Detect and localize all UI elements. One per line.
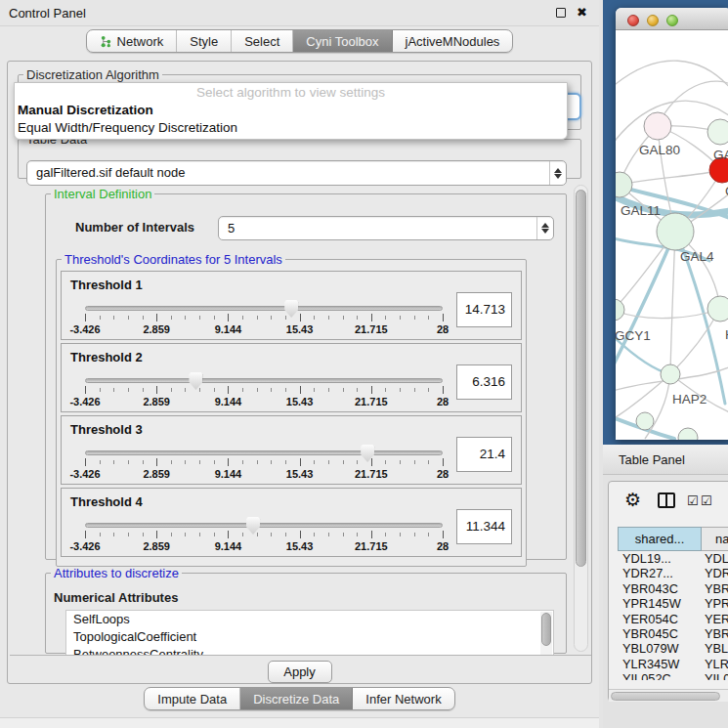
list-scrollbar[interactable]: [540, 612, 552, 656]
table-row[interactable]: YBR043C YBR0: [618, 581, 728, 596]
slider-track[interactable]: [85, 450, 443, 455]
column-header-shared-name[interactable]: shared...: [618, 527, 702, 551]
threshold-2-value-field[interactable]: 6.316: [456, 364, 512, 400]
tab-style[interactable]: Style: [177, 30, 232, 52]
list-item[interactable]: SelfLoops: [66, 611, 553, 628]
threshold-4-value-field[interactable]: 11.344: [456, 509, 512, 544]
combobox-spinner-icon[interactable]: [549, 161, 566, 185]
number-of-intervals-row: Number of Intervals 5: [60, 215, 554, 242]
tab-discretize-data[interactable]: Discretize Data: [240, 688, 353, 709]
table-toolbar: ⚙ ☑ ☑: [609, 482, 728, 521]
algorithm-option-equal-width[interactable]: Equal Width/Frequency Discretization: [15, 119, 567, 137]
node-gal80: [644, 112, 671, 140]
minimize-traffic-light-icon[interactable]: [647, 15, 659, 26]
control-panel: Control Panel ✖ Network Style Sel: [0, 0, 599, 728]
close-traffic-light-icon[interactable]: [627, 15, 639, 26]
algorithm-dropdown-popup: Select algorithm to view settings Manual…: [14, 82, 568, 140]
table-row[interactable]: YLR345W YLR3: [618, 657, 728, 671]
column-header-name[interactable]: na: [702, 527, 728, 551]
network-desktop: GAL80 GA C GAL11 GAL4 GCY1 H HAP2: [603, 0, 728, 445]
list-item[interactable]: TopologicalCoefficient: [66, 628, 553, 646]
top-tab-bar: Network Style Select Cyni Toolbox jActiv…: [0, 29, 599, 57]
thresholds-fieldset: Threshold's Coordinates for 5 Intervals …: [56, 252, 527, 567]
node-gcy1: [616, 299, 624, 321]
network-view-window[interactable]: GAL80 GA C GAL11 GAL4 GCY1 H HAP2: [616, 8, 728, 440]
tab-network[interactable]: Network: [87, 30, 178, 52]
tab-jactivemnodules[interactable]: jActiveMNodules: [393, 30, 513, 52]
close-icon[interactable]: ✖: [577, 5, 587, 20]
node-label: GCY1: [616, 328, 651, 343]
table-row[interactable]: YBR045C YBR0: [618, 626, 728, 641]
table-horizontal-scrollbar[interactable]: [609, 689, 728, 702]
node-gal4: [657, 213, 694, 250]
numerical-attributes-list[interactable]: SelfLoops TopologicalCoefficient Between…: [65, 610, 554, 656]
threshold-1-value-field[interactable]: 14.713: [456, 292, 512, 327]
threshold-1-slider[interactable]: -3.4262.8599.14415.4321.71528: [85, 300, 443, 337]
threshold-2-slider[interactable]: -3.4262.8599.14415.4321.71528: [85, 372, 443, 409]
slider-track[interactable]: [85, 523, 443, 528]
network-icon: [100, 35, 112, 48]
network-canvas[interactable]: GAL80 GA C GAL11 GAL4 GCY1 H HAP2: [616, 30, 728, 440]
table-row[interactable]: YBL079W YBL0: [618, 641, 728, 656]
algorithm-dropdown-hint: Select algorithm to view settings: [15, 83, 567, 102]
table-panel-inner: ⚙ ☑ ☑ shared... na YDL19... YDL1 YDR: [608, 481, 728, 702]
checkbox-icon[interactable]: ☑: [687, 494, 699, 507]
number-of-intervals-combobox[interactable]: 5: [218, 216, 554, 240]
node-label: GAL80: [639, 143, 680, 157]
table-panel-title: Table Panel: [619, 452, 685, 467]
tab-select[interactable]: Select: [232, 30, 293, 52]
combobox-spinner-icon[interactable]: [536, 217, 553, 239]
table-panel: ⚙ ☑ ☑ shared... na YDL19... YDL1 YDR: [603, 475, 728, 728]
table-row[interactable]: YPR145W YPR1: [618, 596, 728, 611]
zoom-traffic-light-icon[interactable]: [666, 15, 678, 26]
bottom-strip: [0, 717, 599, 728]
split-column-icon[interactable]: [658, 492, 675, 508]
table-scrollbar-thumb[interactable]: [611, 692, 720, 701]
number-of-intervals-label: Number of Intervals: [75, 220, 194, 235]
tab-impute-data[interactable]: Impute Data: [145, 688, 240, 709]
table-data-value: galFiltered.sif default node: [36, 165, 185, 180]
table-panel-header: Table Panel: [603, 445, 728, 475]
slider-scale-labels: -3.4262.8599.14415.4321.71528: [85, 323, 443, 335]
list-scrollbar-thumb[interactable]: [541, 613, 551, 646]
threshold-4-group: Threshold 4 -3.4262.8599.14415.4321.7152…: [61, 488, 522, 557]
gear-icon[interactable]: ⚙: [624, 491, 641, 509]
network-window-titlebar[interactable]: [616, 8, 728, 30]
slider-ticks: [85, 531, 443, 539]
bottom-tab-bar: Impute Data Discretize Data Infer Networ…: [0, 687, 599, 714]
network-graph: GAL80 GA C GAL11 GAL4 GCY1 H HAP2: [616, 30, 728, 440]
threshold-2-group: Threshold 2 -3.4262.8599.14415.4321.7152…: [61, 343, 522, 412]
table-row[interactable]: YIL052C YIL0: [618, 671, 728, 680]
threshold-1-group: Threshold 1 -3.4262.8599.14415.4321.7152…: [61, 271, 522, 340]
node-label: GAL4: [680, 249, 714, 264]
table-header-row: shared... na: [618, 527, 728, 551]
node-label: GA: [713, 148, 728, 162]
float-window-icon[interactable]: [556, 8, 566, 18]
interval-definition-fieldset: Interval Definition Number of Intervals …: [45, 187, 567, 560]
threshold-4-slider[interactable]: -3.4262.8599.14415.4321.71528: [85, 517, 443, 554]
app-root: Control Panel ✖ Network Style Sel: [0, 0, 728, 728]
algorithm-option-manual[interactable]: Manual Discretization: [15, 102, 567, 119]
threshold-3-value-field[interactable]: 21.4: [456, 437, 512, 472]
threshold-3-group: Threshold 3 -3.4262.8599.14415.4321.7152…: [61, 415, 522, 485]
apply-row: Apply: [8, 658, 591, 685]
node-partial-top-right: [707, 119, 728, 145]
cyni-toolbox-panel: Discretization Algorithm Select algorith…: [7, 61, 592, 684]
table-row[interactable]: YER054C YER0: [618, 612, 728, 626]
table-row[interactable]: YDR27... YDR2: [618, 566, 728, 580]
list-item[interactable]: BetweennessCentrality: [66, 646, 553, 656]
apply-button[interactable]: Apply: [268, 661, 332, 683]
tab-infer-network[interactable]: Infer Network: [353, 688, 453, 709]
settings-scroll-area: Interval Definition Number of Intervals …: [10, 183, 591, 656]
table-row[interactable]: YDL19... YDL1: [618, 551, 728, 566]
panel-scrollbar-thumb[interactable]: [576, 190, 586, 567]
slider-track[interactable]: [85, 378, 443, 383]
panel-vertical-scrollbar[interactable]: [574, 185, 588, 652]
slider-track[interactable]: [85, 306, 443, 311]
checkbox-icon[interactable]: ☑: [701, 494, 712, 507]
interval-definition-legend: Interval Definition: [51, 187, 154, 201]
node-partial-bottom-1: [636, 412, 654, 430]
slider-scale-labels: -3.4262.8599.14415.4321.71528: [85, 468, 443, 480]
threshold-3-slider[interactable]: -3.4262.8599.14415.4321.71528: [85, 445, 443, 482]
tab-cyni-toolbox[interactable]: Cyni Toolbox: [293, 30, 392, 52]
